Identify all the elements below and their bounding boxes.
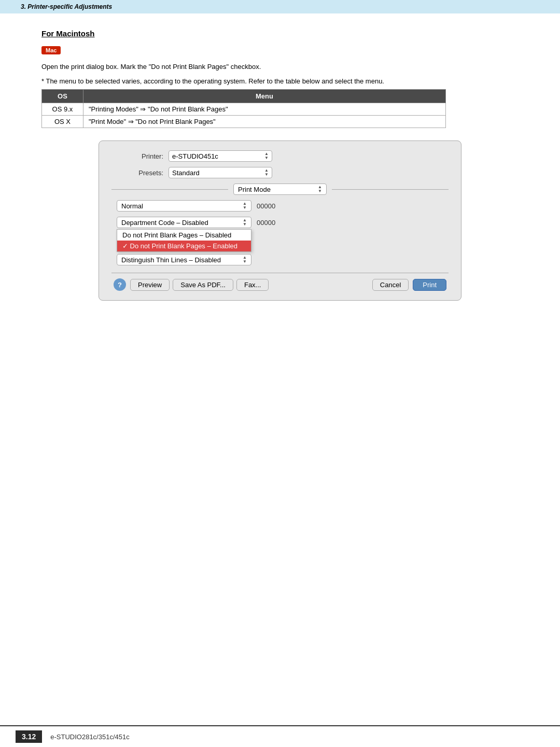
section-title: For Macintosh — [41, 29, 519, 38]
presets-select[interactable]: Standard ▲ ▼ — [169, 167, 272, 178]
dept-value: Department Code – Disabled — [121, 219, 241, 227]
col-menu-header: Menu — [83, 90, 445, 103]
mac-badge: Mac — [41, 46, 61, 54]
dept-select[interactable]: Department Code – Disabled ▲ ▼ — [117, 217, 251, 228]
normal-select[interactable]: Normal ▲ ▼ — [117, 200, 251, 212]
print-mode-select[interactable]: Print Mode ▲ ▼ — [233, 184, 327, 195]
os-cell-2: OS X — [42, 116, 83, 128]
help-button[interactable]: ? — [114, 278, 126, 291]
presets-value: Standard — [172, 169, 262, 177]
code-value-1: 00000 — [257, 202, 275, 210]
divider-right — [332, 189, 449, 190]
note-text: * The menu to be selected varies, accord… — [41, 76, 519, 87]
cancel-button[interactable]: Cancel — [372, 279, 409, 291]
printer-row: Printer: e-STUDIO451c ▲ ▼ — [111, 150, 449, 162]
presets-row: Presets: Standard ▲ ▼ — [111, 167, 449, 178]
distinguish-value: Distinguish Thin Lines – Disabled — [121, 256, 241, 264]
preview-button[interactable]: Preview — [130, 279, 170, 291]
footer: 3.12 e-STUDIO281c/351c/451c — [0, 725, 560, 747]
presets-stepper[interactable]: ▲ ▼ — [264, 168, 269, 177]
distinguish-stepper[interactable]: ▲ ▼ — [243, 256, 247, 264]
print-dialog: Printer: e-STUDIO451c ▲ ▼ Presets: Stand… — [99, 140, 461, 301]
printer-stepper[interactable]: ▲ ▼ — [264, 152, 269, 160]
table-row: OS 9.x "Printing Modes" ⇒ "Do not Print … — [42, 103, 446, 116]
normal-row: Normal ▲ ▼ 00000 — [111, 200, 449, 212]
divider-left — [111, 189, 228, 190]
presets-label: Presets: — [111, 169, 163, 177]
col-os-header: OS — [42, 90, 83, 103]
printer-label: Printer: — [111, 152, 163, 160]
page-number: 3.12 — [16, 730, 42, 743]
distinguish-row: Distinguish Thin Lines – Disabled ▲ ▼ — [111, 254, 449, 265]
save-pdf-button[interactable]: Save As PDF... — [173, 279, 233, 291]
bottom-separator — [111, 273, 449, 273]
print-mode-row: Print Mode ▲ ▼ — [111, 184, 449, 195]
normal-stepper[interactable]: ▲ ▼ — [243, 202, 247, 210]
os-cell-1: OS 9.x — [42, 103, 83, 116]
dept-stepper[interactable]: ▲ ▼ — [243, 218, 247, 227]
chapter-title: 3. Printer-specific Adjustments — [21, 3, 112, 10]
button-row: ? Preview Save As PDF... Fax... Cancel P… — [111, 278, 449, 291]
distinguish-select[interactable]: Distinguish Thin Lines – Disabled ▲ ▼ — [117, 254, 251, 265]
description-text: Open the print dialog box. Mark the "Do … — [41, 62, 519, 72]
os-menu-table: OS Menu OS 9.x "Printing Modes" ⇒ "Do no… — [41, 89, 446, 128]
dept-row: Department Code – Disabled ▲ ▼ 00000 — [111, 217, 449, 228]
fax-button[interactable]: Fax... — [236, 279, 269, 291]
chapter-header: 3. Printer-specific Adjustments — [0, 0, 560, 13]
print-button[interactable]: Print — [413, 279, 446, 291]
menu-cell-2: "Print Mode" ⇒ "Do not Print Blank Pages… — [83, 116, 445, 128]
printer-value: e-STUDIO451c — [172, 152, 262, 160]
normal-value: Normal — [121, 202, 241, 210]
blank-pages-dropdown: Do not Print Blank Pages – Disabled ✓ Do… — [117, 229, 251, 252]
menu-cell-1: "Printing Modes" ⇒ "Do not Print Blank P… — [83, 103, 445, 116]
print-mode-stepper[interactable]: ▲ ▼ — [318, 185, 322, 193]
dropdown-item-enabled[interactable]: ✓ Do not Print Blank Pages – Enabled — [117, 241, 251, 251]
main-content: For Macintosh Mac Open the print dialog … — [0, 13, 560, 342]
table-row: OS X "Print Mode" ⇒ "Do not Print Blank … — [42, 116, 446, 128]
model-name: e-STUDIO281c/351c/451c — [50, 733, 129, 741]
dropdown-item-disabled[interactable]: Do not Print Blank Pages – Disabled — [117, 230, 251, 241]
code-value-2: 00000 — [257, 219, 275, 227]
print-mode-value: Print Mode — [238, 186, 316, 193]
printer-select[interactable]: e-STUDIO451c ▲ ▼ — [169, 150, 272, 162]
